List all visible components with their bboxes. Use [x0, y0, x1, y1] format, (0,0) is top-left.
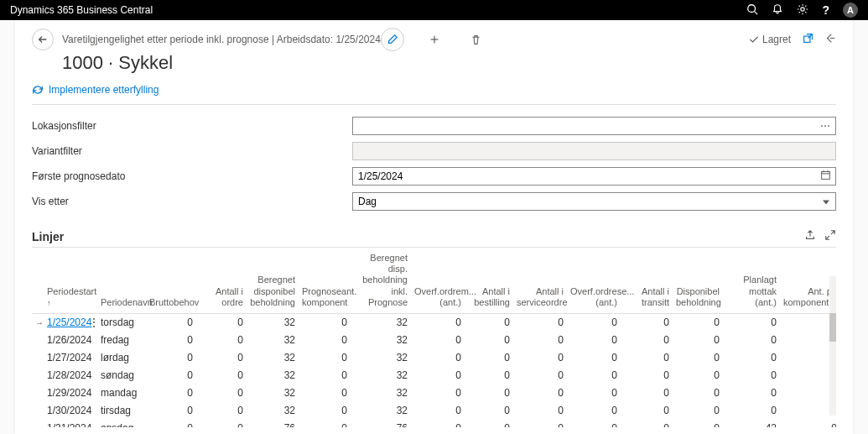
first-forecast-label: Første prognosedato	[32, 170, 352, 182]
row-more-icon[interactable]: ⋮	[89, 316, 99, 328]
col-proj[interactable]: Beregnet disponibel beholdning	[247, 248, 299, 313]
page-title: 1000 · Sykkel	[62, 52, 836, 74]
new-button[interactable]	[423, 28, 446, 51]
vertical-scrollbar-track[interactable]	[829, 276, 836, 416]
location-filter-label: Lokasjonsfilter	[32, 120, 352, 132]
saved-indicator: Lagret	[749, 34, 791, 45]
lines-title: Linjer	[32, 230, 64, 243]
table-row[interactable]: 1/31/2024onsdag0076076000000420	[32, 419, 836, 427]
delete-button[interactable]	[465, 28, 488, 51]
svg-point-2	[801, 7, 804, 10]
search-icon[interactable]	[746, 3, 758, 18]
lines-table: Periodestart↑ Periodenavn Bruttobehov An…	[32, 248, 836, 427]
back-button[interactable]	[32, 29, 54, 50]
product-name: Dynamics 365 Business Central	[10, 4, 746, 16]
showby-select[interactable]: Dag	[352, 192, 836, 211]
edit-button[interactable]	[381, 28, 404, 51]
popout-icon[interactable]	[803, 33, 813, 46]
current-row-icon: →	[35, 318, 44, 327]
share-icon[interactable]	[804, 229, 816, 243]
table-row[interactable]: 1/29/2024mandag003203200000000	[32, 384, 836, 401]
gear-icon[interactable]	[797, 3, 808, 18]
col-periodname[interactable]: Periodenavn	[97, 248, 146, 313]
table-row[interactable]: 1/27/2024lørdag003203200000000	[32, 348, 836, 366]
table-row[interactable]: →1/25/2024⋮torsdag003203200000000	[32, 313, 836, 331]
col-onpo[interactable]: Antall i bestilling	[465, 248, 513, 313]
col-transtorec[interactable]: Overf.ordrese... (ant.)	[567, 248, 621, 313]
bell-icon[interactable]	[772, 3, 783, 18]
action-link-label: Implementere etterfylling	[49, 84, 159, 96]
collapse-icon[interactable]	[825, 33, 836, 46]
col-available[interactable]: Disponibel beholdning	[673, 248, 723, 313]
avatar[interactable]: A	[843, 3, 858, 18]
svg-point-0	[748, 4, 756, 12]
col-planned[interactable]: Planlagt mottak (ant.)	[723, 248, 780, 313]
expand-icon[interactable]	[824, 229, 836, 243]
showby-label: Vis etter	[32, 196, 352, 207]
col-periodstart[interactable]: Periodestart	[47, 286, 96, 296]
variant-filter-label: Variantfilter	[32, 145, 352, 157]
col-gross[interactable]: Bruttobehov	[146, 248, 196, 313]
svg-line-1	[755, 11, 758, 14]
col-compqty[interactable]: Ant. på komponentlinj...	[780, 248, 836, 313]
first-forecast-input[interactable]	[352, 167, 836, 186]
period-date-link[interactable]: 1/25/2024	[47, 316, 91, 328]
vertical-scrollbar-thumb[interactable]	[829, 313, 836, 342]
location-lookup-button[interactable]: ⋯	[814, 117, 836, 135]
col-onorder[interactable]: Antall i ordre	[196, 248, 247, 313]
table-row[interactable]: 1/28/2024søndag003203200000000	[32, 366, 836, 384]
variant-filter-input	[352, 142, 836, 160]
col-intransit[interactable]: Antall i transitt	[621, 248, 673, 313]
implement-refill-action[interactable]: Implementere etterfylling	[32, 84, 836, 105]
sort-asc-icon: ↑	[47, 299, 51, 307]
saved-label: Lagret	[762, 34, 791, 45]
col-projincl[interactable]: Beregnet disp. beholdning inkl. Prognose	[351, 248, 411, 313]
topbar: Dynamics 365 Business Central ? A	[0, 0, 868, 20]
breadcrumb: Varetilgjengelighet etter periode inkl. …	[62, 34, 381, 45]
col-transtoship[interactable]: Overf.ordrem... (ant.)	[411, 248, 465, 313]
col-onservice[interactable]: Antall i serviceordre	[513, 248, 567, 313]
col-forecastqty[interactable]: Prognoseant. komponent	[299, 248, 351, 313]
location-filter-input[interactable]	[352, 117, 836, 135]
help-icon[interactable]: ?	[822, 3, 829, 17]
table-row[interactable]: 1/30/2024tirsdag003203200000000	[32, 401, 836, 419]
table-row[interactable]: 1/26/2024fredag003203200000000	[32, 331, 836, 348]
